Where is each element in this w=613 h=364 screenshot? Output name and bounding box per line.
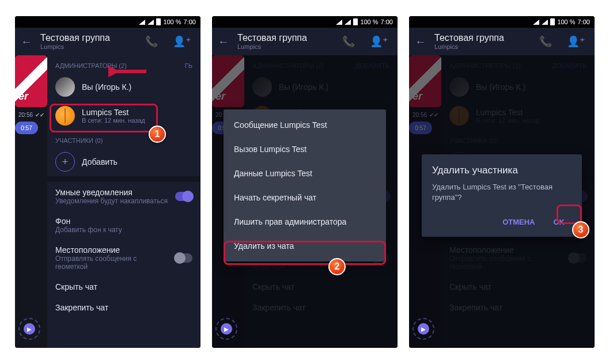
back-icon[interactable]: ← — [218, 35, 229, 48]
chat-subtitle: Lumpics — [40, 43, 134, 50]
toggle-on[interactable] — [175, 192, 192, 201]
app-header: ← Тестовая группа Lumpics 📞 👤⁺ — [15, 28, 200, 55]
dialog-cancel-button[interactable]: ОТМЕНА — [495, 213, 542, 231]
msg-timestamp: 20:56 — [18, 112, 33, 118]
menu-item-call[interactable]: Вызов Lumpics Test — [224, 137, 386, 161]
add-participant-row[interactable]: + Добавить — [47, 147, 200, 176]
read-check-icon: ✔✔ — [35, 112, 44, 118]
battery-icon — [353, 18, 358, 25]
dialog-ok-button[interactable]: OK — [547, 213, 572, 231]
screen-2: 100 % 7:00 ← Тестовая группа Lumpics 📞 👤… — [212, 16, 398, 348]
annotation-badge-3: 3 — [572, 221, 589, 238]
call-icon[interactable]: 📞 — [339, 35, 358, 48]
toggle-off[interactable] — [175, 253, 192, 263]
back-icon[interactable]: ← — [415, 35, 426, 48]
statusbar: 100 % 7:00 — [409, 16, 595, 28]
battery-pct: 100 % — [163, 18, 181, 25]
menu-item-data[interactable]: Данные Lumpics Test — [224, 161, 386, 185]
back-icon[interactable]: ← — [21, 35, 32, 48]
dialog-title: Удалить участника — [432, 165, 572, 176]
voice-msg-bubble[interactable]: 0:57 — [15, 122, 38, 134]
menu-item-secret-chat[interactable]: Начать секретный чат — [224, 185, 386, 210]
add-person-icon[interactable]: 👤⁺ — [169, 35, 195, 48]
setting-pin-chat[interactable]: Закрепить чат — [47, 297, 200, 318]
add-person-icon[interactable]: 👤⁺ — [366, 35, 392, 48]
signal-icon — [336, 20, 342, 25]
read-check-icon: ✔✔ — [429, 112, 438, 118]
screen-1: 100 % 7:00 ← Тестовая группа Lumpics 📞 👤… — [15, 16, 200, 348]
admin-row-lumpics[interactable]: Lumpics Test В сети: 12 мин. назад — [47, 101, 200, 130]
participants-section-label: УЧАСТНИКИ (0) — [47, 130, 200, 147]
avatar — [55, 106, 75, 126]
context-menu: Сообщение Lumpics Test Вызов Lumpics Tes… — [224, 109, 386, 261]
floating-play-button[interactable]: ▶ — [215, 318, 237, 340]
clock: 7:00 — [184, 18, 196, 25]
signal-icon — [139, 20, 145, 25]
avatar — [55, 77, 75, 97]
menu-item-demote-admin[interactable]: Лишить прав администратора — [224, 210, 386, 234]
statusbar: 100 % 7:00 — [15, 16, 200, 28]
call-icon[interactable]: 📞 — [536, 35, 555, 48]
signal-icon — [533, 20, 539, 25]
wifi-icon — [542, 20, 548, 25]
menu-item-message[interactable]: Сообщение Lumpics Test — [224, 113, 386, 137]
confirm-dialog: Удалить участника Удалить Lumpics Test и… — [422, 154, 582, 237]
setting-smart-notifications[interactable]: Умные уведомления Уведомления будут нака… — [47, 182, 200, 211]
dialog-message: Удалить Lumpics Test из "Тестовая группа… — [432, 182, 572, 203]
call-icon[interactable]: 📞 — [142, 35, 161, 48]
menu-item-remove-from-chat[interactable]: Удалить из чата — [224, 234, 386, 258]
screen-3: 100 % 7:00 ← Тестовая группа Lumpics 📞 👤… — [409, 16, 595, 348]
voice-msg-bubble[interactable]: 0:57 — [409, 122, 432, 134]
app-header: ← Тестовая группа Lumpics 📞 👤⁺ — [212, 28, 398, 55]
annotation-arrow — [108, 65, 149, 78]
info-panel: АДМИНИСТРАТОРЫ (2) ГЬ Вы (Игорь К.) Lump… — [47, 55, 200, 348]
annotation-badge-2: 2 — [328, 258, 346, 275]
wifi-icon — [147, 20, 154, 25]
sticker-preview — [212, 55, 244, 107]
plus-icon: + — [55, 152, 75, 172]
battery-icon — [550, 18, 555, 25]
wifi-icon — [345, 20, 351, 25]
admins-add-link[interactable]: ГЬ — [185, 62, 192, 69]
sticker-preview — [15, 55, 47, 107]
statusbar: 100 % 7:00 — [212, 16, 398, 28]
sticker-preview — [409, 55, 441, 107]
setting-location[interactable]: Местоположение Отправлять сообщения с ге… — [47, 240, 200, 276]
chat-title: Тестовая группа — [40, 33, 134, 43]
floating-play-button[interactable]: ▶ — [413, 318, 434, 340]
setting-background[interactable]: Фон Добавить фон к чату — [47, 211, 200, 240]
annotation-badge-1: 1 — [149, 126, 166, 143]
floating-play-button[interactable]: ▶ — [18, 318, 40, 340]
battery-icon — [156, 18, 161, 25]
app-header: ← Тестовая группа Lumpics 📞 👤⁺ — [409, 28, 595, 55]
setting-hide-chat[interactable]: Скрыть чат — [47, 276, 200, 297]
chat-preview-strip: 20:56✔✔ 0:57 — [15, 55, 47, 348]
add-person-icon[interactable]: 👤⁺ — [563, 35, 589, 48]
